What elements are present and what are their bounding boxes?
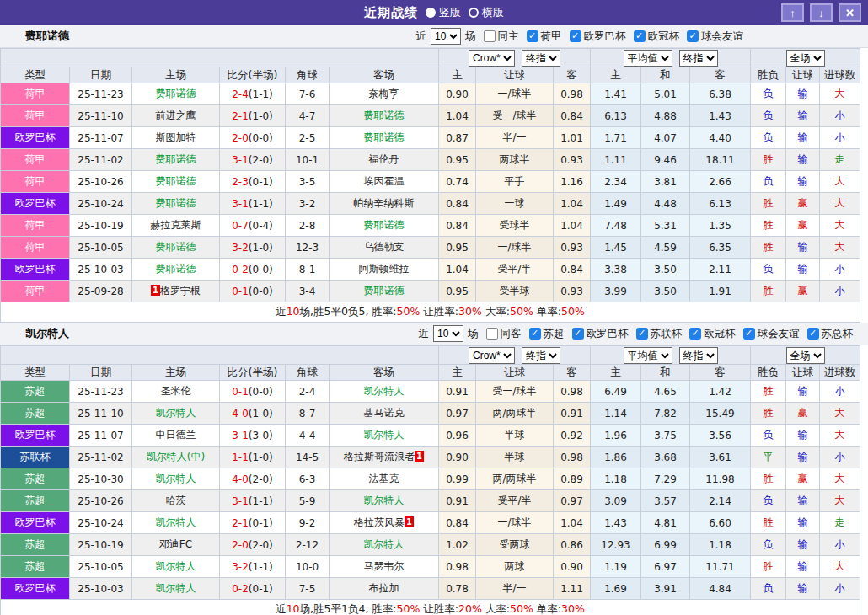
column-header: 和	[641, 67, 690, 83]
home-odds: 0.90	[439, 447, 476, 468]
score-cell: 1-1(1-0)	[220, 447, 286, 468]
league-checkbox[interactable]: ✓	[687, 30, 699, 42]
home-team-name: 费耶诺德	[156, 175, 196, 187]
league-filter-label[interactable]: 欧冠杯	[704, 327, 736, 341]
league-checkbox[interactable]: ✓	[529, 328, 541, 340]
handicap-line: 受一/球半	[476, 381, 554, 403]
match-count-select[interactable]: 10	[433, 325, 463, 342]
radio-selected-icon	[426, 8, 436, 18]
column-header: 让球	[476, 365, 554, 381]
same-venue-label[interactable]: 同客	[501, 327, 522, 341]
home-team: 费耶诺德	[132, 83, 220, 105]
avg-home-odds: 1.41	[591, 83, 641, 105]
league-filter-label[interactable]: 球会友谊	[701, 29, 743, 44]
league-checkbox[interactable]: ✓	[570, 30, 581, 42]
avg-stage-select[interactable]: 终指	[679, 50, 718, 67]
odds-stage-select[interactable]: 终指	[522, 347, 560, 364]
selects-row: Crow*终指平均值终指全场	[1, 49, 860, 67]
away-team: 布拉加	[330, 578, 439, 600]
handicap-line: 一/球半	[476, 83, 554, 105]
away-odds: 1.04	[554, 512, 591, 534]
column-header: 让球	[786, 67, 820, 83]
league-checkbox[interactable]: ✓	[636, 328, 648, 340]
avg-odds-select[interactable]: 平均值	[624, 347, 672, 364]
summary-part: 50%	[510, 305, 533, 318]
halftime-score: (0-1)	[249, 176, 273, 188]
home-team-name: 费耶诺德	[156, 241, 196, 253]
selects-spacer	[1, 346, 439, 365]
league-checkbox[interactable]: ✓	[807, 328, 819, 340]
scope-select[interactable]: 全场	[786, 50, 825, 67]
section-header: 费耶诺德近10场同主✓荷甲✓欧罗巴杯✓欧冠杯✓球会友谊	[0, 25, 868, 48]
league-filter-label[interactable]: 苏总杯	[822, 327, 854, 341]
column-headers: 类型日期主场比分(半场)角球客场主让球客主和客胜负让球进球数	[1, 67, 860, 83]
summary-part: 大率:	[482, 602, 510, 615]
goals-result: 大	[820, 193, 860, 215]
avg-away-odds: 1.18	[690, 534, 751, 556]
move-down-button[interactable]: ↓	[810, 3, 833, 22]
home-team: 哈茨	[132, 490, 220, 512]
league-checkbox[interactable]: ✓	[689, 328, 701, 340]
layout-radio-vertical[interactable]: 竖版	[426, 5, 461, 20]
league-badge: 苏超	[1, 403, 70, 425]
goals-result: 大	[820, 403, 860, 425]
league-checkbox[interactable]: ✓	[527, 30, 538, 42]
avg-home-odds: 1.69	[591, 578, 641, 600]
league-badge: 荷甲	[1, 149, 70, 171]
match-count-select[interactable]: 10	[431, 28, 461, 45]
league-checkbox[interactable]: ✓	[572, 328, 584, 340]
summary-row: 近10场,胜5平1负4, 胜率:50% 让胜率:20% 大率:50% 单率:30…	[1, 600, 860, 615]
same-venue-label[interactable]: 同主	[498, 29, 519, 44]
corners-cell: 7-5	[286, 578, 330, 600]
odds-stage-select[interactable]: 终指	[522, 50, 560, 67]
league-filter-label[interactable]: 球会友谊	[758, 327, 800, 341]
close-button[interactable]: ✕	[839, 3, 861, 22]
away-team-name: 格拉斯哥流浪者	[344, 451, 415, 463]
avg-home-odds: 1.14	[591, 403, 641, 425]
handicap-result: 输	[786, 534, 820, 556]
match-date: 25-10-03	[70, 578, 132, 600]
away-team: 福伦丹	[330, 149, 439, 171]
away-team: 费耶诺德	[330, 127, 439, 149]
league-filter-label[interactable]: 苏超	[544, 327, 565, 341]
halftime-score: (2-0)	[249, 154, 273, 166]
away-team: 凯尔特人	[330, 490, 439, 512]
home-team-name: 凯尔特人	[156, 516, 196, 528]
odds-source-select[interactable]: Crow*	[469, 50, 515, 67]
scope-select[interactable]: 全场	[786, 347, 825, 364]
score-cell: 2-3(0-1)	[220, 171, 286, 193]
league-filter-label[interactable]: 欧罗巴杯	[587, 327, 629, 341]
handicap-result: 输	[786, 171, 820, 193]
match-row: 荷甲25-11-10前进之鹰2-1(1-0)4-7费耶诺德1.04受一/球半0.…	[1, 105, 860, 127]
league-badge: 苏超	[1, 556, 70, 578]
halftime-score: (1-0)	[249, 242, 273, 254]
close-icon: ✕	[845, 7, 855, 19]
league-badge: 欧罗巴杯	[1, 425, 70, 447]
handicap-result: 输	[786, 83, 820, 105]
home-team-name: 费耶诺德	[156, 153, 196, 165]
league-badge: 欧罗巴杯	[1, 193, 70, 215]
league-filter-label[interactable]: 欧罗巴杯	[584, 29, 626, 44]
away-team: 凯尔特人	[330, 425, 439, 447]
same-venue-checkbox[interactable]	[486, 328, 498, 340]
move-up-button[interactable]: ↑	[781, 3, 804, 22]
same-venue-checkbox[interactable]	[484, 30, 496, 42]
league-filter-label[interactable]: 苏联杯	[651, 327, 683, 341]
avg-stage-select[interactable]: 终指	[679, 347, 718, 364]
win-lose-result: 胜	[751, 381, 786, 403]
fulltime-score: 2-1	[232, 110, 249, 122]
match-row: 荷甲25-11-02费耶诺德3-1(2-0)10-1福伦丹0.95两球半0.93…	[1, 149, 860, 171]
home-team: 邓迪FC	[132, 534, 220, 556]
league-filter-label[interactable]: 荷甲	[541, 29, 562, 44]
odds-source-select[interactable]: Crow*	[469, 347, 515, 364]
fulltime-score: 1-1	[232, 452, 249, 463]
league-checkbox[interactable]: ✓	[743, 328, 755, 340]
league-filter-label[interactable]: 欧冠杯	[648, 29, 680, 44]
fulltime-score: 3-1	[232, 154, 249, 166]
layout-radio-horizontal[interactable]: 横版	[469, 5, 504, 20]
home-team: 赫拉克莱斯	[132, 215, 220, 237]
match-date: 25-10-05	[70, 237, 132, 259]
avg-draw-odds: 3.50	[641, 259, 690, 281]
avg-odds-select[interactable]: 平均值	[624, 50, 672, 67]
league-checkbox[interactable]: ✓	[634, 30, 646, 42]
